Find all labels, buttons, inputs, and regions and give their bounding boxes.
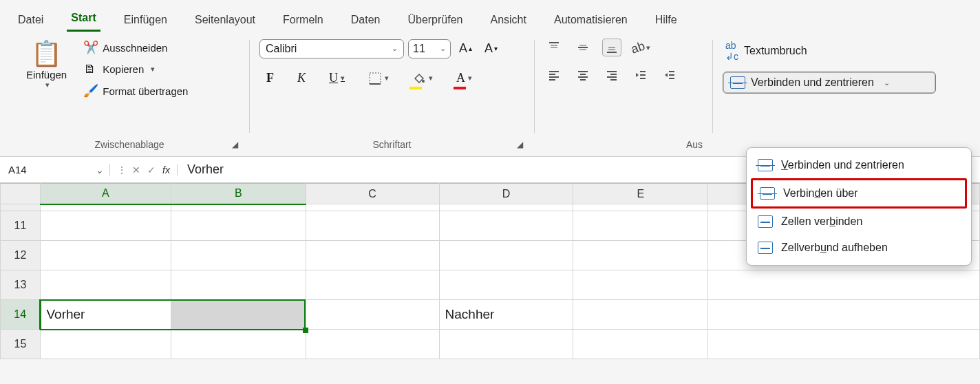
paste-button[interactable]: 📋 Einfügen ▾ — [19, 39, 74, 92]
cell-D13[interactable] — [439, 270, 573, 300]
cut-button[interactable]: ✂️ Ausschneiden — [79, 39, 192, 56]
tab-seitenlayout[interactable]: Seitenlayout — [191, 11, 259, 32]
paste-label: Einfügen — [26, 69, 67, 81]
col-header-C[interactable]: C — [306, 184, 439, 204]
row-header-11[interactable]: 11 — [1, 211, 41, 241]
cell[interactable] — [708, 270, 980, 300]
dd-merge-center[interactable]: Verbinden und zentrieren — [751, 152, 967, 178]
cell-D14[interactable]: Nachher — [439, 300, 573, 330]
align-center-button[interactable] — [573, 66, 593, 84]
col-header-B[interactable]: B — [171, 184, 306, 204]
cell-E15[interactable] — [573, 330, 708, 359]
row-header-10-partial[interactable] — [1, 204, 41, 211]
cell[interactable] — [439, 204, 573, 211]
align-left-button[interactable] — [544, 66, 564, 84]
tab-ueberpruefen[interactable]: Überprüfen — [403, 11, 467, 32]
cell[interactable] — [306, 204, 439, 211]
cell[interactable] — [573, 204, 708, 211]
cell-A14[interactable]: Vorher — [40, 300, 171, 330]
cancel-icon[interactable]: ✕ — [132, 164, 140, 175]
cell[interactable] — [40, 204, 171, 211]
cell-E12[interactable] — [573, 241, 708, 270]
cell-C15[interactable] — [306, 330, 439, 359]
handle-icon[interactable]: ⋮ — [117, 164, 125, 175]
col-header-A[interactable]: A — [40, 184, 171, 204]
col-header-E[interactable]: E — [573, 184, 708, 204]
cell-B13[interactable] — [171, 270, 306, 300]
cell-A11[interactable] — [40, 211, 171, 241]
increase-indent-icon — [663, 68, 677, 82]
cell-D11[interactable] — [439, 211, 573, 241]
bold-button[interactable]: F — [262, 68, 278, 88]
align-top-button[interactable] — [544, 39, 564, 56]
dd-unmerge[interactable]: Zellverbund aufheben — [751, 235, 967, 261]
cell[interactable] — [708, 330, 980, 359]
cell-D15[interactable] — [439, 330, 573, 359]
align-middle-button[interactable] — [573, 39, 593, 56]
fill-color-button[interactable]: ▾ — [408, 69, 437, 88]
row-header-15[interactable]: 15 — [1, 330, 41, 359]
merge-center-button[interactable]: Verbinden und zentrieren ⌄ — [723, 72, 936, 94]
cell-B12[interactable] — [171, 241, 306, 270]
align-left-icon — [547, 68, 561, 82]
cell-E11[interactable] — [573, 211, 708, 241]
format-painter-button[interactable]: 🖌️ Format übertragen — [79, 82, 192, 100]
cell-A12[interactable] — [40, 241, 171, 270]
tab-einfuegen[interactable]: Einfügen — [120, 11, 171, 32]
cell-C12[interactable] — [306, 241, 439, 270]
cell-E13[interactable] — [573, 270, 708, 300]
row-header-13[interactable]: 13 — [1, 270, 41, 300]
dd-merge-across[interactable]: Verbinden über — [751, 178, 967, 209]
underline-button[interactable]: U▾ — [325, 68, 349, 88]
cell-C11[interactable] — [306, 211, 439, 241]
cell-A15[interactable] — [40, 330, 171, 359]
increase-font-button[interactable]: A▴ — [455, 39, 476, 58]
tab-hilfe[interactable]: Hilfe — [651, 11, 681, 32]
tab-ansicht[interactable]: Ansicht — [486, 11, 530, 32]
cell[interactable] — [708, 300, 980, 330]
tab-start[interactable]: Start — [67, 9, 100, 32]
increase-indent-button[interactable] — [660, 66, 679, 84]
copy-button[interactable]: 🗎 Kopieren ▾ — [79, 61, 192, 78]
cell[interactable] — [171, 204, 306, 211]
wrap-text-icon: ab↲c — [725, 40, 738, 62]
name-box[interactable]: A14 ⌄ — [0, 164, 110, 175]
decrease-font-button[interactable]: A▾ — [480, 39, 502, 58]
borders-button[interactable]: ▾ — [364, 69, 393, 88]
font-dialog-launcher[interactable]: ◢ — [515, 138, 524, 151]
dd-merge-cells[interactable]: Zellen verbinden — [751, 209, 967, 235]
font-color-button[interactable]: A ▾ — [452, 68, 476, 88]
wrap-text-button[interactable]: ab↲c Textumbruch — [723, 39, 936, 63]
group-label-font: Schriftart — [372, 139, 411, 150]
font-size-select[interactable]: 11 ⌄ — [408, 39, 451, 58]
cell-A13[interactable] — [40, 270, 171, 300]
font-name-select[interactable]: Calibri ⌄ — [259, 39, 404, 58]
col-header-D[interactable]: D — [439, 184, 573, 204]
tab-formeln[interactable]: Formeln — [279, 11, 328, 32]
align-bottom-button[interactable] — [602, 39, 621, 56]
cell-B15[interactable] — [171, 330, 306, 359]
cell-E14[interactable] — [573, 300, 708, 330]
cell-C13[interactable] — [306, 270, 439, 300]
italic-button[interactable]: K — [293, 68, 310, 88]
fx-icon[interactable]: fx — [162, 164, 170, 175]
cell-D12[interactable] — [439, 241, 573, 270]
chevron-down-icon: ▾ — [45, 81, 50, 89]
clipboard-dialog-launcher[interactable]: ◢ — [231, 138, 239, 151]
cell-B11[interactable] — [171, 211, 306, 241]
cell-C14[interactable] — [306, 300, 439, 330]
select-all-corner[interactable] — [1, 184, 41, 204]
row-header-12[interactable]: 12 — [1, 241, 41, 270]
cell-B14[interactable] — [171, 300, 306, 330]
tab-daten[interactable]: Daten — [347, 11, 385, 32]
svg-rect-0 — [370, 73, 381, 84]
tab-automatisieren[interactable]: Automatisieren — [550, 11, 632, 32]
orientation-button[interactable]: ab ▾ — [631, 39, 650, 56]
cut-label: Ausschneiden — [103, 42, 167, 54]
tab-datei[interactable]: Datei — [14, 11, 47, 32]
align-right-icon — [605, 68, 619, 82]
row-header-14[interactable]: 14 — [1, 300, 41, 330]
enter-icon[interactable]: ✓ — [147, 164, 156, 175]
decrease-indent-button[interactable] — [631, 66, 650, 84]
align-right-button[interactable] — [602, 66, 621, 84]
